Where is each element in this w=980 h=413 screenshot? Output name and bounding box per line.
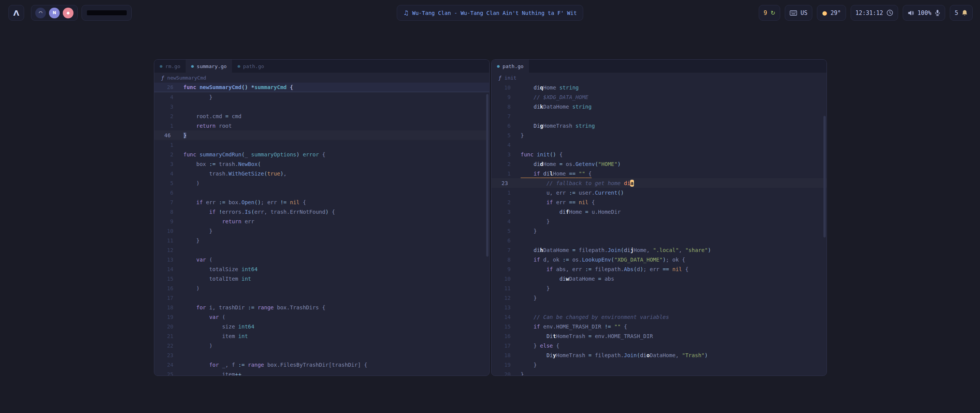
- code-line[interactable]: 3 box := trash.NewBox(: [154, 159, 489, 169]
- code-line[interactable]: 3func init() {: [492, 150, 826, 159]
- code-line[interactable]: 7: [492, 111, 826, 121]
- line-text: // $XDG_DATA_HOME: [521, 94, 588, 100]
- code-line[interactable]: 17 } else {: [492, 341, 826, 350]
- code-line[interactable]: 1 return root: [154, 121, 489, 130]
- code-line[interactable]: 11 }: [154, 236, 489, 245]
- code-line[interactable]: 8 if !errors.Is(err, trash.ErrNotFound) …: [154, 207, 489, 216]
- tab-path.go[interactable]: ●path.go: [232, 60, 270, 73]
- tab-rm.go[interactable]: ●rm.go: [154, 60, 186, 73]
- weather-widget[interactable]: ● 29°: [817, 5, 846, 21]
- code-line[interactable]: 15 totalItem int: [154, 274, 489, 283]
- code-line[interactable]: 2 if err == nil {: [492, 197, 826, 207]
- tab-path.go[interactable]: ●path.go: [492, 60, 529, 73]
- line-text: func newSummaryCmd() *summaryCmd {: [183, 84, 293, 90]
- code-line[interactable]: 6: [154, 188, 489, 197]
- code-line[interactable]: 11 }: [492, 283, 826, 293]
- line-text: totalItem int: [183, 276, 251, 282]
- code-line[interactable]: 16 ): [154, 283, 489, 293]
- line-text: dihDataHome = filepath.Join(dijHome, ".l…: [521, 247, 711, 253]
- code-line[interactable]: 2 didHome = os.Getenv("HOME"): [492, 159, 826, 169]
- code-line[interactable]: 6: [492, 236, 826, 245]
- line-text: diqHome string: [521, 85, 579, 91]
- breadcrumb-right: ƒ init: [492, 73, 826, 83]
- updates-widget[interactable]: 9 ↻: [759, 5, 781, 21]
- tab-summary.go[interactable]: ●summary.go: [186, 60, 232, 73]
- code-line[interactable]: 2func summaryCmdRun(_ summaryOptions) er…: [154, 150, 489, 159]
- line-number: 15: [492, 324, 511, 330]
- code-line[interactable]: 9 if abs, err := filepath.Abs(d); err ==…: [492, 264, 826, 274]
- code-line[interactable]: 7 if err := box.Open(); err != nil {: [154, 197, 489, 207]
- code-line[interactable]: 18 DiyHomeTrash = filepath.Join(dioDataH…: [492, 350, 826, 360]
- line-number: 19: [492, 362, 511, 368]
- code-line[interactable]: 12: [154, 245, 489, 255]
- code-line[interactable]: 13 var (: [154, 255, 489, 264]
- line-number: 12: [154, 247, 173, 253]
- line-number: 16: [492, 333, 511, 339]
- line-text: } else {: [521, 343, 559, 349]
- code-line[interactable]: 4: [492, 140, 826, 150]
- code-line[interactable]: 16 DitHomeTrash = env.HOME_TRASH_DIR: [492, 331, 826, 341]
- line-number: 26: [154, 84, 173, 90]
- notifications-widget[interactable]: 5: [950, 5, 973, 21]
- code-line[interactable]: 5 ): [154, 178, 489, 188]
- code-line[interactable]: 3: [154, 102, 489, 111]
- app-icon-dark-circle[interactable]: ◠: [35, 8, 46, 18]
- code-line[interactable]: 5}: [492, 130, 826, 140]
- code-line[interactable]: 20 size int64: [154, 322, 489, 331]
- launcher-button[interactable]: Λ: [8, 5, 24, 21]
- code-line[interactable]: 13: [492, 302, 826, 312]
- line-number: 10: [154, 228, 173, 234]
- code-line[interactable]: 14 // Can be changed by environment vari…: [492, 312, 826, 322]
- code-line[interactable]: 20}: [492, 369, 826, 376]
- code-line[interactable]: 19 }: [492, 360, 826, 369]
- code-line[interactable]: 10 diwDataHome = abs: [492, 274, 826, 283]
- app-icon-pink[interactable]: ◆: [63, 8, 74, 18]
- code-line[interactable]: 18 for i, trashDir := range box.TrashDir…: [154, 302, 489, 312]
- code-line[interactable]: 4 }: [154, 92, 489, 102]
- code-line[interactable]: 5 }: [492, 226, 826, 236]
- code-line[interactable]: 22 ): [154, 341, 489, 350]
- code-line[interactable]: 21 item int: [154, 331, 489, 341]
- code-line[interactable]: 24 for _, f := range box.FilesByTrashDir…: [154, 360, 489, 369]
- line-text: DitHomeTrash = env.HOME_TRASH_DIR: [521, 333, 653, 339]
- code-line[interactable]: 7 dihDataHome = filepath.Join(dijHome, "…: [492, 245, 826, 255]
- code-line[interactable]: 10 diqHome string: [492, 83, 826, 92]
- line-number: 14: [492, 314, 511, 320]
- line-text: }: [521, 218, 550, 224]
- line-number: 20: [492, 371, 511, 376]
- code-line[interactable]: 8 if d, ok := os.LookupEnv("XDG_DATA_HOM…: [492, 255, 826, 264]
- clock-time: 12:31:12: [856, 10, 883, 16]
- code-line[interactable]: 23: [154, 350, 489, 360]
- code-line[interactable]: 46}: [154, 130, 489, 140]
- code-line[interactable]: 3 difHome = u.HomeDir: [492, 207, 826, 216]
- code-line[interactable]: 9 // $XDG_DATA_HOME: [492, 92, 826, 102]
- code-line[interactable]: 14 totalSize int64: [154, 264, 489, 274]
- redacted-window-pill[interactable]: [82, 5, 132, 21]
- line-number: 13: [492, 304, 511, 311]
- code-line[interactable]: 2 root.cmd = cmd: [154, 111, 489, 121]
- code-line[interactable]: 1 if dilHome == "" {: [492, 169, 826, 178]
- code-line[interactable]: 1 u, err := user.Current(): [492, 188, 826, 197]
- code-line[interactable]: 4 }: [492, 216, 826, 226]
- code-line[interactable]: 12 }: [492, 293, 826, 302]
- code-line[interactable]: 26func newSummaryCmd() *summaryCmd {: [154, 83, 489, 92]
- code-line[interactable]: 10 }: [154, 226, 489, 236]
- code-line[interactable]: 9 return err: [154, 216, 489, 226]
- code-line[interactable]: 4 trash.WithGetSize(true),: [154, 169, 489, 178]
- code-line[interactable]: 23 // fallback to get home dia: [492, 178, 826, 188]
- code-line[interactable]: 17: [154, 293, 489, 302]
- code-line[interactable]: 25 item++: [154, 369, 489, 376]
- scrollbar-right[interactable]: [823, 116, 826, 237]
- scrollbar-left[interactable]: [486, 94, 488, 257]
- app-icon-n[interactable]: N: [49, 8, 60, 18]
- keyboard-layout-widget[interactable]: US: [785, 5, 812, 21]
- code-line[interactable]: 8 dikDataHome string: [492, 102, 826, 111]
- code-line[interactable]: 19 var (: [154, 312, 489, 322]
- now-playing-widget[interactable]: ♫ Wu-Tang Clan - Wu-Tang Clan Ain't Nuth…: [397, 5, 583, 21]
- code-line[interactable]: 6 DigHomeTrash string: [492, 121, 826, 130]
- volume-widget[interactable]: 100%: [903, 5, 945, 21]
- code-area-right: 10 diqHome string9 // $XDG_DATA_HOME8 di…: [492, 83, 826, 376]
- code-line[interactable]: 15 if env.HOME_TRASH_DIR != "" {: [492, 322, 826, 331]
- code-line[interactable]: 1: [154, 140, 489, 150]
- clock-widget[interactable]: 12:31:12: [851, 5, 898, 21]
